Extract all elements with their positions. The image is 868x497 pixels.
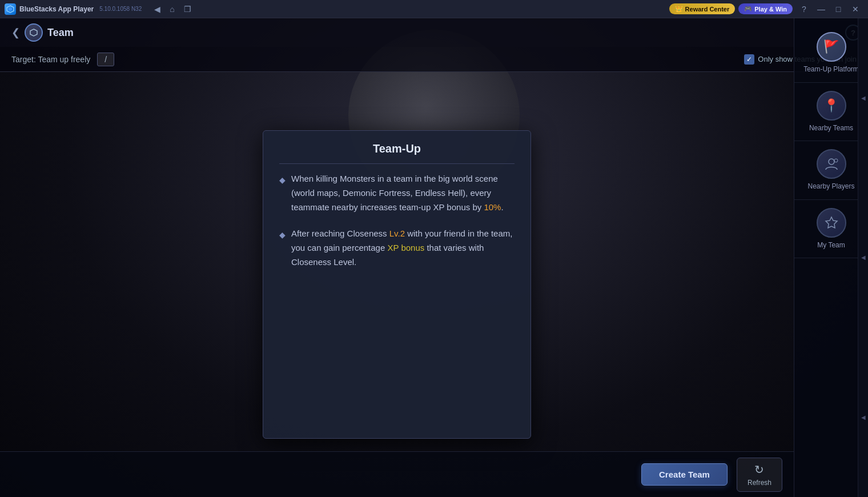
bullet-1: ◆ [279, 174, 286, 187]
refresh-icon: ↻ [754, 463, 764, 476]
popup-title: Team-Up [279, 142, 515, 164]
popup-item-1: ◆ When killing Monsters in a team in the… [279, 172, 515, 214]
checkbox-checkmark: ✓ [744, 54, 754, 65]
app-name: BlueStacks App Player [19, 5, 94, 13]
app-version: 5.10.0.1058 N32 [99, 6, 142, 12]
play-win-button[interactable]: 🎮 Play & Win [738, 3, 793, 14]
sidebar-item-my-team[interactable]: My Team [794, 200, 868, 259]
highlight-lv2: Lv.2 [389, 229, 405, 238]
popup-body: ◆ When killing Monsters in a team in the… [279, 172, 515, 270]
titlebar-help-button[interactable]: ? [796, 1, 812, 17]
nearby-teams-icon: 📍 [817, 91, 846, 121]
popup-item-2: ◆ After reaching Closeness Lv.2 with you… [279, 227, 515, 269]
slash-button[interactable]: / [97, 53, 114, 66]
nav-back-button[interactable]: ◀ [151, 2, 164, 16]
far-right-edge: ◀ ◀ ◀ [858, 18, 868, 497]
filter-target-label: Target: Team up freely [11, 55, 90, 64]
svg-marker-1 [9, 7, 12, 11]
titlebar: BlueStacks App Player 5.10.0.1058 N32 ◀ … [0, 0, 868, 18]
main-content: Team-Up ◆ When killing Monsters in a tea… [0, 72, 794, 497]
reward-center-label: Reward Center [685, 6, 730, 13]
bottom-bar: Create Team ↻ Refresh [0, 451, 794, 497]
titlebar-maximize-button[interactable]: □ [830, 1, 846, 17]
nav-home-button[interactable]: ⌂ [166, 2, 178, 16]
titlebar-minimize-button[interactable]: — [813, 1, 829, 17]
sidebar-item-nearby-teams[interactable]: 📍 Nearby Teams [794, 83, 868, 142]
team-up-popup: Team-Up ◆ When killing Monsters in a tea… [263, 130, 531, 439]
sidebar-item-team-up-platform-label: Team-Up Platform [803, 65, 859, 74]
titlebar-close-button[interactable]: ✕ [847, 1, 863, 17]
play-win-icon: 🎮 [744, 5, 752, 13]
page-top-bar: ❮ Team ? [0, 18, 868, 47]
reward-center-button[interactable]: 👑 Reward Center [669, 3, 736, 14]
app-logo-area: BlueStacks App Player 5.10.0.1058 N32 [0, 3, 146, 15]
titlebar-controls: ? — □ ✕ [796, 1, 863, 17]
refresh-button[interactable]: ↻ Refresh [737, 458, 782, 492]
bullet-2: ◆ [279, 229, 286, 242]
bluestacks-logo [5, 3, 16, 15]
my-team-icon [817, 208, 846, 238]
nearby-players-icon [817, 149, 846, 179]
titlebar-right: 👑 Reward Center 🎮 Play & Win ? — □ ✕ [669, 1, 868, 17]
highlight-xp-bonus: XP bonus [387, 243, 424, 252]
game-area: ❮ Team ? Target: Team up freely / ✓ Only… [0, 18, 868, 497]
popup-item-2-text: After reaching Closeness Lv.2 with your … [291, 227, 515, 269]
page-title-icon [25, 23, 43, 42]
page-back-button[interactable]: ❮ [7, 24, 25, 41]
sidebar-item-nearby-teams-label: Nearby Teams [809, 124, 853, 133]
nav-bookmark-button[interactable]: ❐ [180, 2, 195, 16]
page-title: Team [47, 27, 74, 39]
sidebar-item-my-team-label: My Team [817, 241, 845, 250]
edge-top-button[interactable]: ◀ [860, 95, 866, 101]
sidebar-item-team-up-platform[interactable]: 🚩 Team-Up Platform [794, 24, 868, 83]
svg-point-2 [829, 159, 834, 165]
filter-bar: Target: Team up freely / ✓ Only show tea… [0, 47, 868, 72]
play-win-label: Play & Win [754, 6, 787, 13]
sidebar-item-nearby-players[interactable]: Nearby Players [794, 141, 868, 200]
popup-item-1-text: When killing Monsters in a team in the b… [291, 172, 515, 214]
refresh-label: Refresh [748, 479, 771, 487]
reward-crown-icon: 👑 [675, 5, 683, 13]
highlight-10pct: 10% [484, 202, 501, 212]
edge-mid-button[interactable]: ◀ [860, 254, 866, 260]
team-up-platform-icon: 🚩 [817, 32, 846, 62]
edge-bottom-button[interactable]: ◀ [860, 414, 866, 420]
svg-point-3 [834, 159, 838, 162]
sidebar-item-nearby-players-label: Nearby Players [807, 182, 854, 191]
create-team-button[interactable]: Create Team [641, 463, 728, 486]
titlebar-nav: ◀ ⌂ ❐ [151, 2, 194, 16]
right-sidebar: 🚩 Team-Up Platform 📍 Nearby Teams Nearby… [794, 18, 868, 497]
